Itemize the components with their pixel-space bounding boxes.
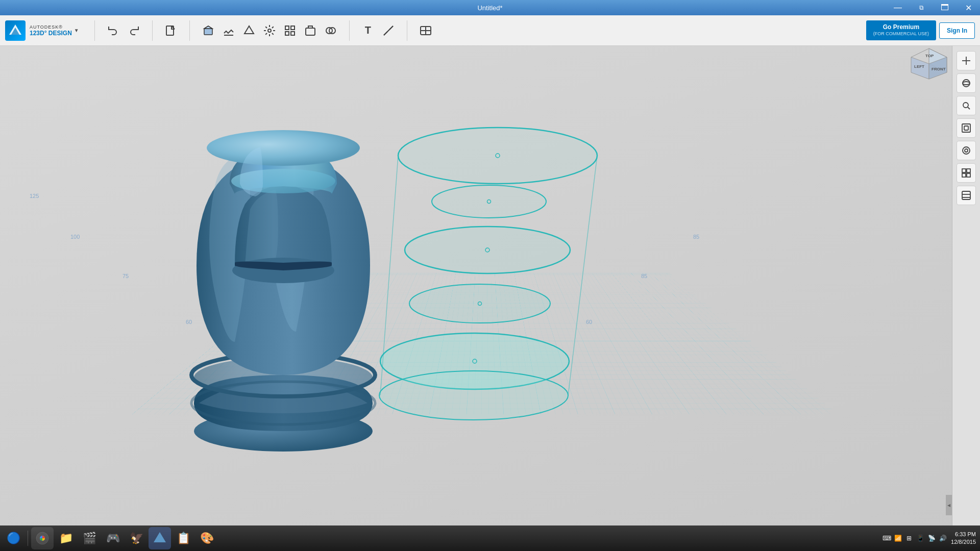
svg-rect-12 xyxy=(291,32,295,35)
svg-marker-65 xyxy=(154,532,166,542)
svg-rect-58 xyxy=(967,173,970,177)
taskbar: 🔵 📁 🎬 🎮 🦅 📋 🎨 ⌨ 📶 ⊞ 📱 📡 🔊 6:33 PM 12/8/2… xyxy=(0,525,980,551)
separator-2 xyxy=(152,20,153,41)
logo-area[interactable]: AUTODESK® 123D° DESIGN ▼ xyxy=(0,20,84,41)
perspective-button[interactable] xyxy=(957,141,976,160)
system-tray: ⌨ 📶 ⊞ 📱 📡 🔊 xyxy=(883,534,947,542)
svg-text:FRONT: FRONT xyxy=(932,67,946,71)
primitives-group xyxy=(195,21,344,40)
right-panel xyxy=(952,46,980,525)
chrome-icon[interactable] xyxy=(31,527,54,549)
clock-time: 6:33 PM xyxy=(951,531,976,538)
viewport[interactable]: 125 100 75 60 60 85 85 xyxy=(0,46,970,525)
pattern-button[interactable] xyxy=(281,21,299,40)
svg-point-30 xyxy=(409,284,550,323)
svg-text:TOP: TOP xyxy=(925,54,934,58)
taskbar-separator xyxy=(28,531,28,546)
minecraft-icon[interactable]: 🎮 xyxy=(102,527,124,549)
signal-icon: 📡 xyxy=(927,534,936,542)
window-title: Untitled* xyxy=(477,4,502,12)
construct-button[interactable] xyxy=(240,21,258,40)
view-cube[interactable]: TOP LEFT FRONT xyxy=(906,46,952,87)
app1-icon[interactable]: 🦅 xyxy=(125,527,148,549)
separator-3 xyxy=(189,20,190,41)
zoom-button[interactable] xyxy=(957,96,976,115)
display-mode-button[interactable] xyxy=(957,163,976,183)
scene-button[interactable] xyxy=(416,21,435,40)
svg-point-26 xyxy=(432,185,546,218)
maximize-button[interactable]: 🗖 xyxy=(933,0,957,15)
premium-area: Go Premium (FOR COMMERCIAL USE) Sign In xyxy=(866,20,980,40)
svg-rect-56 xyxy=(967,169,970,172)
svg-point-8 xyxy=(268,29,271,32)
file-group xyxy=(158,21,184,40)
new-file-button[interactable] xyxy=(162,21,180,40)
svg-rect-10 xyxy=(291,26,295,30)
undo-button[interactable] xyxy=(104,21,122,40)
keyboard-icon: ⌨ xyxy=(883,534,891,542)
menu-bar: AUTODESK® 123D° DESIGN ▼ xyxy=(0,15,980,46)
svg-point-24 xyxy=(398,128,597,184)
svg-rect-59 xyxy=(962,191,970,199)
orbit-button[interactable] xyxy=(957,73,976,93)
app2-icon[interactable] xyxy=(149,527,171,549)
svg-point-34 xyxy=(379,371,568,420)
svg-point-47 xyxy=(963,80,970,87)
redo-button[interactable] xyxy=(125,21,143,40)
undo-redo-group xyxy=(100,21,147,40)
sign-in-button[interactable]: Sign In xyxy=(939,22,975,39)
svg-rect-57 xyxy=(962,173,966,177)
paint-icon[interactable]: 🎨 xyxy=(195,527,218,549)
shapes-svg xyxy=(0,46,970,525)
separator-4 xyxy=(349,20,350,41)
zoom-fit-all-button[interactable] xyxy=(957,118,976,138)
go-premium-button[interactable]: Go Premium (FOR COMMERCIAL USE) xyxy=(866,20,936,40)
windows-icon: ⊞ xyxy=(905,534,913,542)
svg-rect-11 xyxy=(285,32,289,35)
svg-text:LEFT: LEFT xyxy=(914,64,924,69)
restore-button[interactable]: ⧉ xyxy=(910,0,933,15)
volume-icon[interactable]: 🔊 xyxy=(939,534,947,542)
svg-line-36 xyxy=(568,156,597,395)
combine-button[interactable] xyxy=(322,21,340,40)
svg-rect-55 xyxy=(962,169,966,172)
minimize-button[interactable]: — xyxy=(886,0,910,15)
group-button[interactable] xyxy=(301,21,320,40)
svg-rect-52 xyxy=(964,126,968,130)
svg-marker-7 xyxy=(244,26,254,34)
autodesk-logo xyxy=(5,20,26,41)
mobile-icon: 📱 xyxy=(916,534,924,542)
primitives-button[interactable] xyxy=(199,21,217,40)
svg-rect-9 xyxy=(285,26,289,30)
svg-point-53 xyxy=(963,147,970,154)
start-button[interactable]: 🔵 xyxy=(2,527,24,549)
clock-date: 12/8/2015 xyxy=(951,538,976,546)
svg-point-49 xyxy=(963,103,968,108)
materials-button[interactable] xyxy=(957,186,976,205)
close-button[interactable]: ✕ xyxy=(957,0,980,15)
logo-text: AUTODESK® 123D° DESIGN xyxy=(30,24,72,37)
text-button[interactable]: T xyxy=(359,21,377,40)
svg-point-48 xyxy=(963,82,970,85)
sketch-button[interactable] xyxy=(219,21,238,40)
zoom-fit-button[interactable] xyxy=(957,51,976,70)
media-player-icon[interactable]: 🎬 xyxy=(78,527,101,549)
explorer-icon[interactable]: 📁 xyxy=(55,527,77,549)
sticky-notes-icon[interactable]: 📋 xyxy=(172,527,194,549)
separator-5 xyxy=(407,20,407,41)
logo-dropdown[interactable]: ▼ xyxy=(74,28,79,33)
separator-1 xyxy=(94,20,95,41)
network-icon: 📶 xyxy=(894,534,902,542)
taskbar-right: ⌨ 📶 ⊞ 📱 📡 🔊 6:33 PM 12/8/2015 xyxy=(883,525,980,551)
measure-button[interactable] xyxy=(379,21,398,40)
modify-button[interactable] xyxy=(260,21,279,40)
svg-point-54 xyxy=(965,149,968,152)
expand-tab[interactable]: ◀ xyxy=(946,495,952,515)
svg-point-22 xyxy=(207,130,360,166)
svg-rect-4 xyxy=(204,29,212,35)
scene-group xyxy=(412,21,439,40)
svg-marker-5 xyxy=(204,26,212,29)
svg-point-28 xyxy=(405,227,570,273)
svg-line-50 xyxy=(968,107,970,109)
clock[interactable]: 6:33 PM 12/8/2015 xyxy=(951,531,976,546)
